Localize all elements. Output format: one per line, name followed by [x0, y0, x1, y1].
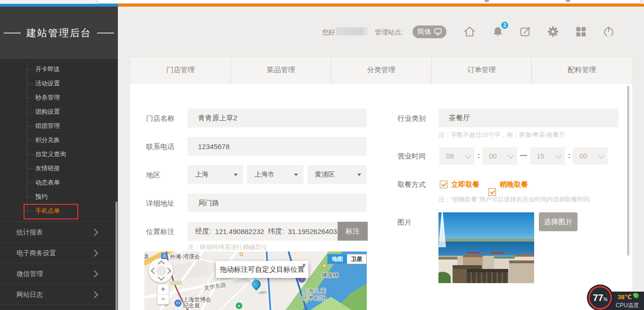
power-icon[interactable] [602, 25, 615, 38]
browser-icon-fragment [485, 0, 489, 2]
cpu-percent-sign: % [603, 297, 608, 302]
park-poi-icon: ▲ [236, 302, 242, 309]
dropdown-arrow-icon [234, 174, 238, 176]
city-value: 上海市 [255, 170, 274, 179]
dropdown-arrow-icon [294, 174, 298, 176]
content-scrollbar[interactable] [627, 86, 629, 256]
settings-gear-icon[interactable] [546, 25, 560, 38]
logo-dash-left [4, 33, 21, 34]
pickup-now-label[interactable]: 立即取餐 [451, 180, 479, 189]
cpu-temperature-widget[interactable]: 77% 38℃ CPU温度 [588, 285, 644, 310]
close-icon[interactable]: × [302, 261, 306, 268]
district-value: 黄浦区 [315, 170, 335, 179]
greeting-text: 您好 [322, 28, 335, 37]
choose-image-button[interactable]: 选择图片 [539, 212, 578, 231]
map-label-expo: 上海世博会纪念展 [183, 297, 211, 309]
pan-center-dot [157, 266, 166, 276]
city-select[interactable]: 上海市 [247, 165, 304, 184]
sidebar-item-points[interactable]: 积分兑换 [0, 133, 116, 147]
province-value: 上海 [195, 170, 208, 179]
sidebar-item-links[interactable]: 友情链接 [0, 161, 116, 176]
store-photo-preview [438, 212, 534, 283]
open-minute-value: 00 [489, 152, 497, 160]
location-map[interactable]: 场 外滩·湾璞会 龙华东路 上海世博会纪念展 ▲ ♪ 上海儿童艺术剧场 健康林 … [144, 251, 367, 310]
museum-poi-icon [174, 300, 182, 307]
address-label: 详细地址 [146, 199, 174, 208]
pickup-note: 注：“稍晚取餐”用户可以选择在营业时间内选择取餐时间 [438, 195, 590, 204]
map-label-park: 健康林 [322, 271, 339, 279]
latitude-value: 31.1952626403 [288, 227, 337, 235]
app-title: 建站管理后台 [26, 26, 91, 40]
sidebar-section-statistics[interactable]: 统计报表 [0, 221, 116, 242]
sidebar-item-card-gift[interactable]: 开卡即送 [0, 62, 116, 76]
mark-location-button[interactable]: 标注 [338, 222, 368, 241]
pickup-later-label[interactable]: 稍晚取餐 [500, 180, 528, 189]
cpu-percent-value: 77 [593, 287, 603, 308]
tab-category-management[interactable]: 分类管理 [331, 57, 432, 83]
browser-strip [0, 0, 644, 4]
store-name-label: 门店名称 [146, 114, 174, 123]
address-input[interactable]: 局门路 [188, 193, 367, 212]
tab-order-management[interactable]: 订单管理 [431, 57, 532, 83]
sidebar-item-group[interactable]: 组团管理 [0, 119, 116, 133]
open-minute-select[interactable]: 00 [482, 147, 517, 165]
map-zoom-control[interactable]: + − [157, 285, 169, 304]
chevron-down-icon [507, 152, 514, 159]
username-redacted [336, 27, 368, 35]
sidebar-section-wechat[interactable]: 微信管理 [0, 263, 116, 284]
open-hour-value: 09 [446, 152, 454, 160]
apps-grid-icon[interactable] [574, 25, 587, 38]
close-hour-select[interactable]: 15 [530, 147, 565, 165]
sidebar-item-groupbuy[interactable]: 团购设置 [0, 105, 116, 119]
longitude-value: 121.490882232 [215, 227, 264, 235]
chevron-right-icon [91, 291, 99, 299]
zoom-in-button[interactable]: + [157, 285, 169, 294]
time-range-dash: — [520, 151, 527, 159]
tab-store-management[interactable]: 门店管理 [131, 57, 231, 83]
cpu-temp-label: CPU温度 [616, 302, 639, 310]
map-view-button[interactable]: 地图 [328, 254, 347, 264]
open-hour-select[interactable]: 09 [439, 147, 474, 165]
sidebar-item-dynamic-form[interactable]: 动态表单 [0, 176, 116, 190]
active-item-highlight-box [24, 204, 78, 219]
fountain-jet [438, 212, 446, 247]
sidebar-section-ecommerce[interactable]: 电子商务设置 [0, 242, 116, 263]
sidebar-scrollbar[interactable] [116, 201, 117, 310]
tooltip-text: 拖动标注可自定义目标位置 [220, 265, 305, 274]
home-icon[interactable] [463, 25, 476, 38]
tab-dish-management[interactable]: 菜品管理 [231, 57, 331, 83]
pickup-later-checkbox[interactable] [488, 188, 496, 196]
manage-site-label: 管理站点: [375, 28, 403, 37]
chevron-right-icon [91, 270, 99, 278]
store-name-input[interactable]: 青青原上草2 [188, 109, 367, 127]
map-label-chang: 场 [144, 252, 149, 260]
edit-icon[interactable] [519, 25, 532, 38]
sidebar-item-seckill[interactable]: 秒杀管理 [0, 91, 116, 105]
pickup-now-checkbox[interactable] [440, 181, 447, 188]
close-minute-select[interactable]: 00 [573, 147, 608, 165]
sidebar-section-divider [0, 304, 116, 310]
phone-input[interactable]: 12345678 [188, 137, 367, 156]
language-button[interactable]: 简体 [413, 25, 446, 38]
chevron-right-icon [91, 250, 99, 257]
industry-input[interactable]: 茶餐厅 [438, 109, 619, 127]
sidebar-section-site-log[interactable]: 网站日志 [0, 284, 116, 304]
sidebar-item-booking[interactable]: 预约 [0, 190, 116, 204]
tab-ingredient-management[interactable]: 配料管理 [532, 57, 632, 83]
browser-icon-fragment [566, 0, 570, 2]
zoom-out-button[interactable]: − [157, 294, 169, 304]
province-select[interactable]: 上海 [188, 165, 243, 184]
section-label: 电子商务设置 [17, 249, 56, 257]
map-pan-control[interactable] [149, 258, 173, 283]
cpu-temp-value: 38℃ [618, 293, 632, 301]
sidebar-item-custom-query[interactable]: 自定义查询 [0, 147, 116, 161]
location-input[interactable]: 经度: 121.490882232 纬度: 31.1952626403 [188, 222, 338, 241]
pickup-label: 取餐方式 [397, 180, 426, 189]
cpu-usage-gauge[interactable]: 77% [588, 286, 612, 310]
district-select[interactable]: 黄浦区 [307, 165, 367, 184]
sidebar-item-activity[interactable]: 活动设置 [0, 76, 116, 91]
map-label-bund: 外滩·湾璞会 [170, 253, 200, 261]
tab-bar: 门店管理 菜品管理 分类管理 订单管理 配料管理 [130, 57, 632, 84]
satellite-view-button[interactable]: 卫星 [347, 254, 366, 264]
location-note: 注：根据经纬度进行精确定位 [188, 243, 267, 251]
